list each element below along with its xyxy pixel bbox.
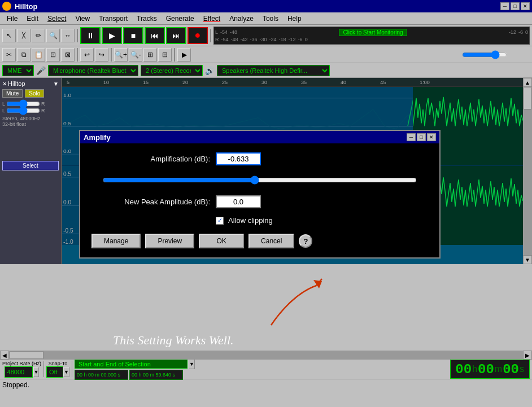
scroll-down-arrow[interactable]: ▼ bbox=[523, 255, 532, 264]
menu-analyze[interactable]: Analyze bbox=[225, 14, 258, 24]
track-menu-button[interactable]: ▼ bbox=[53, 81, 59, 87]
annotation-label: This Setting Works Well. bbox=[113, 333, 234, 347]
stop-button[interactable]: ■ bbox=[123, 27, 143, 44]
paste-button[interactable]: 📋 bbox=[32, 48, 45, 62]
svg-text:-0.5: -0.5 bbox=[63, 227, 73, 234]
svg-marker-17 bbox=[313, 280, 322, 288]
bottom-area: ◀ ▶ Project Rate (Hz) 48000 ▼ Snap-To Of… bbox=[0, 351, 532, 407]
play-cursor-button[interactable]: ▶ bbox=[177, 48, 191, 62]
zoom-out-button[interactable]: 🔍- bbox=[129, 48, 142, 62]
select-track-button[interactable]: Select bbox=[2, 161, 59, 170]
amplify-close-button[interactable]: ✕ bbox=[427, 133, 436, 141]
cut-button[interactable]: ✂ bbox=[2, 48, 16, 62]
maximize-button[interactable]: □ bbox=[511, 2, 520, 10]
zoom-in-button[interactable]: 🔍+ bbox=[114, 48, 128, 62]
skip-start-button[interactable]: ⏮ bbox=[145, 27, 165, 44]
amplify-buttons: Manage Preview OK Cancel ? bbox=[91, 234, 428, 248]
silence-button[interactable]: ⊠ bbox=[61, 48, 75, 62]
allow-clipping-row: ✓ Allow clipping bbox=[91, 216, 428, 225]
menu-tools[interactable]: Tools bbox=[258, 14, 283, 24]
menu-edit[interactable]: Edit bbox=[22, 14, 43, 24]
menu-effect[interactable]: Effect bbox=[199, 14, 225, 24]
toolbar-row-1: ↖ ╳ ✏ 🔍 ↔ ⏸ ▶ ■ ⏮ ⏭ ● L -54 -48 Click to… bbox=[0, 25, 532, 46]
allow-clipping-label: Allow clipping bbox=[228, 216, 273, 225]
copy-button[interactable]: ⧉ bbox=[17, 48, 30, 62]
gain-slider[interactable] bbox=[6, 102, 40, 106]
menu-file[interactable]: File bbox=[2, 14, 22, 24]
scroll-thumb[interactable] bbox=[524, 87, 531, 110]
time-hours: 00 bbox=[455, 362, 472, 377]
skip-end-button[interactable]: ⏭ bbox=[166, 27, 186, 44]
amplify-slider[interactable] bbox=[103, 176, 417, 185]
svg-text:0.0: 0.0 bbox=[63, 148, 72, 154]
channel-select[interactable]: 2 (Stereo) Recor... bbox=[141, 65, 203, 76]
peak-input[interactable] bbox=[216, 195, 261, 208]
selection-type-dropdown-button[interactable]: ▼ bbox=[189, 359, 195, 369]
svg-text:-1.0: -1.0 bbox=[63, 239, 73, 245]
menu-help[interactable]: Help bbox=[283, 14, 306, 24]
ok-button[interactable]: OK bbox=[199, 234, 244, 248]
scroll-right-arrow[interactable]: ▶ bbox=[523, 351, 532, 360]
menu-select[interactable]: Select bbox=[43, 14, 71, 24]
mute-button[interactable]: Mute bbox=[2, 89, 23, 98]
amplify-minimize-button[interactable]: ─ bbox=[407, 133, 416, 141]
amplification-input[interactable] bbox=[216, 152, 261, 165]
horizontal-scrollbar[interactable]: ◀ ▶ bbox=[0, 351, 532, 360]
amplification-row: Amplification (dB): bbox=[91, 152, 428, 165]
status-text: Stopped. bbox=[2, 381, 29, 389]
h-scroll-thumb[interactable] bbox=[10, 351, 43, 359]
menu-bar: File Edit Select View Transport Tracks G… bbox=[0, 12, 532, 25]
zoom-tool-button[interactable]: 🔍 bbox=[46, 29, 60, 42]
allow-clipping-checkbox[interactable]: ✓ bbox=[216, 217, 224, 225]
toolbar-sep-4 bbox=[111, 48, 112, 62]
timeshift-tool-button[interactable]: ↔ bbox=[61, 29, 75, 42]
preview-button[interactable]: Preview bbox=[145, 234, 194, 248]
trim-button[interactable]: ⊡ bbox=[46, 48, 60, 62]
annotation-text: This Setting Works Well. bbox=[113, 333, 234, 348]
track-close-button[interactable]: ✕ bbox=[2, 81, 7, 87]
playback-volume-slider[interactable] bbox=[462, 50, 507, 59]
amplify-dialog-title: Amplify bbox=[84, 133, 111, 142]
speaker-select[interactable]: Speakers (Realtek High Defir... bbox=[217, 65, 330, 76]
host-select[interactable]: MME bbox=[2, 65, 34, 76]
help-button[interactable]: ? bbox=[299, 234, 312, 248]
menu-transport[interactable]: Transport bbox=[94, 14, 132, 24]
manage-button[interactable]: Manage bbox=[91, 234, 141, 248]
zoom-sel-button[interactable]: ⊟ bbox=[158, 48, 172, 62]
snap-to-value: Off bbox=[46, 366, 63, 378]
scroll-left-arrow[interactable]: ◀ bbox=[0, 351, 9, 360]
project-rate-dropdown-button[interactable]: ▼ bbox=[33, 367, 40, 377]
cursor-tool-button[interactable]: ↖ bbox=[2, 29, 16, 42]
cancel-button[interactable]: Cancel bbox=[248, 234, 294, 248]
solo-button[interactable]: Solo bbox=[25, 89, 44, 98]
play-button[interactable]: ▶ bbox=[102, 27, 122, 44]
menu-view[interactable]: View bbox=[71, 14, 94, 24]
title-bar: Hilltop ─ □ ✕ bbox=[0, 0, 532, 12]
timeline-bar: 510152025303540451:00 bbox=[62, 78, 523, 87]
fit-button[interactable]: ⊞ bbox=[143, 48, 157, 62]
pause-button[interactable]: ⏸ bbox=[80, 27, 101, 44]
minimize-button[interactable]: ─ bbox=[500, 2, 509, 10]
record-button[interactable]: ● bbox=[187, 27, 208, 44]
click-to-start-monitoring-button[interactable]: Click to Start Monitoring bbox=[339, 29, 407, 36]
time-seconds: 00 bbox=[503, 362, 519, 377]
pencil-tool-button[interactable]: ✏ bbox=[32, 29, 45, 42]
menu-generate[interactable]: Generate bbox=[162, 14, 199, 24]
mic-select[interactable]: Microphone (Realtek Bluetoot... bbox=[48, 65, 138, 76]
scroll-up-arrow[interactable]: ▲ bbox=[523, 78, 532, 87]
redo-button[interactable]: ↪ bbox=[95, 48, 108, 62]
toolbar-separator-2 bbox=[210, 29, 211, 42]
undo-button[interactable]: ↩ bbox=[80, 48, 94, 62]
pan-slider-row: L R bbox=[2, 108, 59, 113]
toolbar-sep-5 bbox=[174, 48, 175, 62]
vertical-scrollbar[interactable]: ▲ ▼ bbox=[523, 78, 532, 264]
snap-to-dropdown-button[interactable]: ▼ bbox=[63, 367, 69, 377]
pan-slider[interactable] bbox=[6, 108, 40, 113]
amplify-maximize-button[interactable]: □ bbox=[417, 133, 426, 141]
separator-1 bbox=[43, 361, 44, 377]
close-button[interactable]: ✕ bbox=[521, 2, 530, 10]
time-minutes: 00 bbox=[478, 362, 494, 377]
toolbar-row-2: ✂ ⧉ 📋 ⊡ ⊠ ↩ ↪ 🔍+ 🔍- ⊞ ⊟ ▶ bbox=[0, 46, 532, 63]
menu-tracks[interactable]: Tracks bbox=[132, 14, 162, 24]
envelope-tool-button[interactable]: ╳ bbox=[17, 29, 30, 42]
